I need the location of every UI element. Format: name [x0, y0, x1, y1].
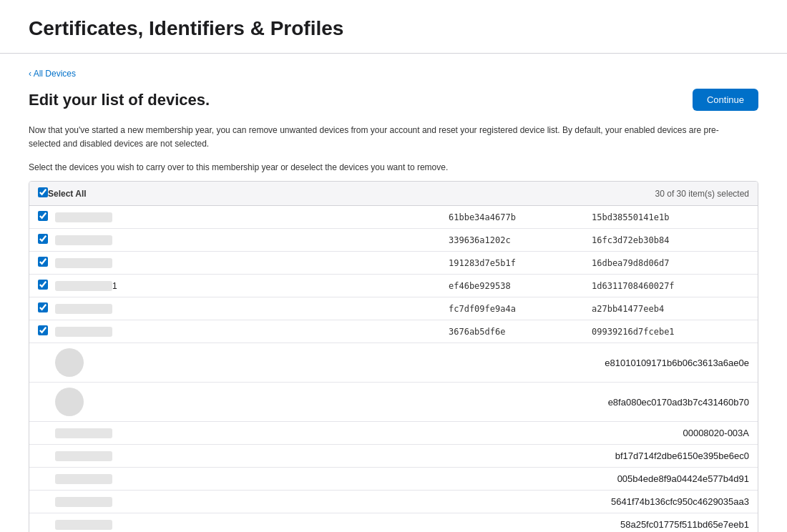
row-checkbox-cell[interactable] — [38, 211, 55, 223]
device-serial: 003A — [728, 428, 749, 438]
row-checkbox[interactable] — [38, 234, 48, 244]
row-checkbox[interactable] — [38, 280, 48, 290]
avatar — [55, 348, 84, 377]
table-row: 1ef46be9295381d6311708460027f — [29, 275, 758, 297]
select-all-checkbox-cell[interactable] — [38, 187, 48, 200]
device-serial: dbe6150e395be6ec0 — [662, 450, 749, 461]
row-checkbox-cell[interactable] — [38, 234, 55, 246]
device-name-placeholder — [55, 281, 112, 291]
device-name-placeholder — [55, 235, 112, 245]
row-checkbox-cell[interactable] — [38, 280, 55, 292]
device-udid: e8fa080ec0 — [608, 397, 657, 408]
section-title: Edit your list of devices. — [29, 91, 210, 109]
device-udid: 00008020- — [683, 428, 727, 438]
device-name-cell — [55, 428, 683, 438]
device-udid: 58a25fc0 — [620, 519, 659, 530]
row-checkbox-cell[interactable] — [38, 325, 55, 338]
device-name-cell — [55, 497, 611, 507]
device-udid: 005b4ede — [617, 473, 659, 484]
device-serial: 1775f511bd65e7eeb1 — [658, 519, 749, 530]
device-name-cell — [55, 258, 449, 268]
device-serial: 16fc3d72eb30b84 — [592, 235, 749, 245]
device-name-placeholder — [55, 327, 112, 337]
device-table: Select All 30 of 30 item(s) selected 61b… — [29, 181, 758, 532]
row-checkbox[interactable] — [38, 302, 48, 312]
device-udid: 5641f74b — [611, 496, 650, 507]
device-serial: 170ad3b7c431460b70 — [657, 397, 749, 408]
device-name-cell: 1 — [55, 281, 449, 291]
table-row: e8fa080ec0170ad3b7c431460b70 — [29, 383, 758, 422]
row-checkbox[interactable] — [38, 325, 48, 335]
device-name-cell — [55, 235, 449, 245]
device-name-cell — [55, 304, 449, 314]
table-row: 005b4ede8f9a04424e577b4d91 — [29, 468, 758, 491]
device-udid: ef46be929538 — [449, 281, 592, 291]
row-checkbox[interactable] — [38, 257, 48, 267]
device-name-placeholder — [55, 451, 112, 461]
device-udid: 339636a1202c — [449, 235, 592, 245]
table-row: fc7df09fe9a4aa27bb41477eeb4 — [29, 297, 758, 320]
row-checkbox-cell[interactable] — [38, 302, 55, 315]
device-udid: bf17d714f2 — [615, 450, 662, 461]
device-serial: 15bd38550141e1b — [592, 212, 749, 222]
table-header-row: Select All 30 of 30 item(s) selected — [29, 182, 758, 206]
device-udid: e8101010917 — [605, 358, 662, 368]
device-name-placeholder — [55, 212, 112, 222]
table-row: 191283d7e5b1f16dbea79d8d06d7 — [29, 252, 758, 275]
device-udid: fc7df09fe9a4a — [449, 304, 592, 314]
table-row: bf17d714f2dbe6150e395be6ec0 — [29, 445, 758, 468]
select-all-label: Select All — [48, 189, 655, 199]
continue-button[interactable]: Continue — [693, 89, 758, 111]
main-content: ‹ All Devices Edit your list of devices.… — [0, 54, 787, 532]
table-row: 5641f74b136cfc950c4629035aa3 — [29, 491, 758, 513]
row-checkbox[interactable] — [38, 211, 48, 221]
selected-count: 30 of 30 item(s) selected — [655, 189, 749, 199]
device-name-cell — [55, 451, 615, 461]
device-serial: 1b6b06c3613a6ae0e — [662, 358, 749, 368]
select-all-checkbox[interactable] — [38, 187, 48, 197]
table-row: e81010109171b6b06c3613a6ae0e — [29, 343, 758, 383]
avatar — [55, 388, 84, 416]
device-serial: a27bb41477eeb4 — [592, 304, 749, 314]
table-row: 3676ab5df6e09939216d7fcebe1 — [29, 320, 758, 343]
device-name-placeholder — [55, 520, 112, 530]
device-name-text: 1 — [112, 281, 117, 291]
device-name-cell — [55, 348, 605, 377]
table-row: 58a25fc01775f511bd65e7eeb1 — [29, 513, 758, 532]
device-name-placeholder — [55, 474, 112, 484]
device-name-cell — [55, 520, 620, 530]
instruction-text: Select the devices you wish to carry ove… — [29, 162, 758, 172]
page-header: Certificates, Identifiers & Profiles — [0, 0, 787, 54]
page-title: Certificates, Identifiers & Profiles — [29, 17, 343, 39]
device-name-placeholder — [55, 497, 112, 507]
device-name-placeholder — [55, 258, 112, 268]
table-row: 00008020-003A — [29, 422, 758, 445]
device-serial: 09939216d7fcebe1 — [592, 327, 749, 337]
device-name-cell — [55, 388, 608, 416]
row-checkbox-cell[interactable] — [38, 257, 55, 269]
device-serial: 16dbea79d8d06d7 — [592, 258, 749, 268]
device-name-placeholder — [55, 304, 112, 314]
device-udid: 3676ab5df6e — [449, 327, 592, 337]
device-name-cell — [55, 474, 617, 484]
breadcrumb[interactable]: ‹ All Devices — [29, 69, 76, 79]
table-row: 339636a1202c16fc3d72eb30b84 — [29, 229, 758, 252]
table-body: 61bbe34a4677b15bd38550141e1b339636a1202c… — [29, 206, 758, 532]
description-text: Now that you've started a new membership… — [29, 124, 730, 151]
device-udid: 191283d7e5b1f — [449, 258, 592, 268]
table-row: 61bbe34a4677b15bd38550141e1b — [29, 206, 758, 229]
device-name-placeholder — [55, 428, 112, 438]
device-name-cell — [55, 212, 449, 222]
device-serial: 8f9a04424e577b4d91 — [658, 473, 749, 484]
section-title-row: Edit your list of devices. Continue — [29, 89, 758, 111]
device-udid: 61bbe34a4677b — [449, 212, 592, 222]
device-serial: 136cfc950c4629035aa3 — [650, 496, 749, 507]
device-name-cell — [55, 327, 449, 337]
device-serial: 1d6311708460027f — [592, 281, 749, 291]
